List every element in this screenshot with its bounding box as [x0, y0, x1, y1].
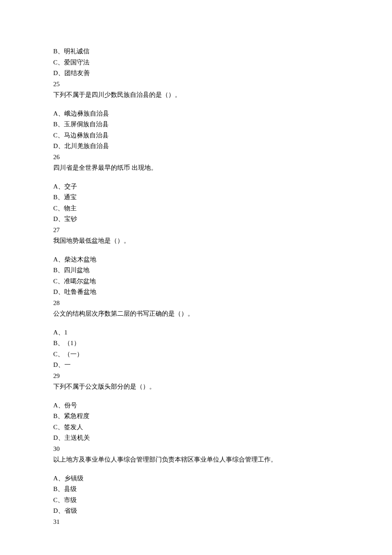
option-line: C、（一） — [53, 349, 392, 360]
option-line: A、柴达木盆地 — [53, 254, 392, 265]
question-number: 26 — [53, 152, 392, 163]
option-line: C、爱国守法 — [53, 57, 392, 68]
option-line: B、通宝 — [53, 192, 392, 203]
option-line: D、团结友善 — [53, 68, 392, 79]
question-stem: 下列不属于公文版头部分的是（）。 — [53, 381, 392, 392]
question-number: 30 — [53, 444, 392, 455]
option-line: B、（1） — [53, 338, 392, 349]
option-line: D、主送机关 — [53, 433, 392, 444]
option-line: D、吐鲁番盆地 — [53, 287, 392, 298]
option-line: A、峨边彝族自治县 — [53, 108, 392, 119]
question-stem: 公文的结构层次序数第二层的书写正确的是（）。 — [53, 308, 392, 320]
option-line: D、一 — [53, 360, 392, 371]
document-page: B、明礼诚信 C、爱国守法 D、团结友善 25 下列不属于是四川少数民族自治县的… — [0, 0, 392, 555]
option-line: A、1 — [53, 327, 392, 338]
question-number: 29 — [53, 371, 392, 382]
option-line: A、交子 — [53, 181, 392, 192]
question-stem: 我国地势最低盆地是（）。 — [53, 235, 392, 247]
option-line: D、北川羌族自治县 — [53, 141, 392, 152]
option-line: B、玉屏侗族自治县 — [53, 119, 392, 130]
question-number: 31 — [53, 517, 392, 528]
option-line: A、份号 — [53, 400, 392, 411]
option-line: C、市级 — [53, 495, 392, 506]
option-line: C、签发人 — [53, 422, 392, 433]
question-number: 28 — [53, 298, 392, 309]
option-line: B、明礼诚信 — [53, 46, 392, 57]
option-line: B、紧急程度 — [53, 411, 392, 422]
question-number: 27 — [53, 225, 392, 236]
option-line: C、物主 — [53, 203, 392, 214]
option-line: A、乡镇级 — [53, 473, 392, 484]
option-line: C、马边彝族自治县 — [53, 130, 392, 141]
option-line: D、省级 — [53, 506, 392, 517]
question-stem: 四川省是全世界最早的纸币 出现地。 — [53, 163, 392, 174]
question-stem: 下列不属于是四川少数民族自治县的是（）。 — [53, 90, 392, 101]
option-line: B、四川盆地 — [53, 265, 392, 276]
option-line: D、宝钞 — [53, 214, 392, 225]
option-line: B、县级 — [53, 484, 392, 495]
question-stem: 以上地方及事业单位人事综合管理部门负责本辖区事业单位人事综合管理工作。 — [53, 454, 392, 465]
question-number: 25 — [53, 79, 392, 90]
option-line: C、准噶尔盆地 — [53, 276, 392, 287]
